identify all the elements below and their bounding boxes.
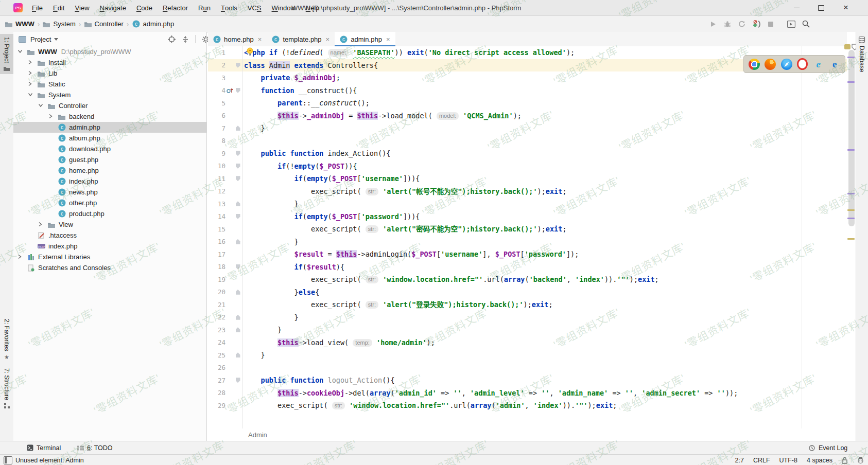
code-line-22[interactable]: 22 } [208, 311, 847, 324]
code-line-28[interactable]: 28 $this->cookieObj->del(array('admin_id… [208, 387, 847, 400]
line-number[interactable]: 23 [208, 326, 225, 334]
run-icon[interactable] [707, 19, 719, 29]
collapse-all-icon[interactable] [182, 35, 189, 43]
panel-splitter[interactable] [206, 32, 207, 441]
terminal-button[interactable]: Terminal [27, 441, 61, 454]
tree-item-www[interactable]: WWWD:\phpstudy_pro\WWW [13, 46, 206, 57]
line-number[interactable]: 12 [208, 187, 225, 195]
chevron-down-icon[interactable] [18, 49, 23, 54]
stripe-mark[interactable] [847, 81, 855, 83]
code-line-23[interactable]: 23 } [208, 324, 847, 336]
tab-close-icon[interactable]: × [386, 35, 390, 43]
line-number[interactable]: 22 [208, 313, 225, 321]
caret-position[interactable]: 2:7 [735, 457, 744, 464]
line-number[interactable]: 14 [208, 212, 225, 220]
file-encoding[interactable]: UTF-8 [779, 457, 797, 464]
locate-icon[interactable] [168, 35, 176, 43]
todo-button[interactable]: 6: TODO [77, 441, 113, 454]
tab-close-icon[interactable]: × [258, 35, 262, 43]
menu-refactor[interactable]: Refactor [158, 0, 193, 15]
line-number[interactable]: 19 [208, 276, 225, 283]
line-number[interactable]: 6 [208, 112, 225, 119]
line-number[interactable]: 3 [208, 74, 225, 82]
tree-item-guest-php[interactable]: cguest.php [13, 154, 206, 165]
fold-marker[interactable] [234, 374, 242, 387]
code-line-12[interactable]: 12 exec_script( str: 'alert("帐号不能为空");hi… [208, 185, 847, 198]
line-number[interactable]: 18 [208, 263, 225, 271]
code-line-8[interactable]: 8 [208, 135, 847, 148]
menu-file[interactable]: File [27, 0, 48, 15]
line-number[interactable]: 27 [208, 377, 225, 384]
fold-marker[interactable] [234, 160, 242, 173]
event-log-button[interactable]: Event Log [808, 441, 847, 454]
tool-tab-database[interactable]: Database [856, 34, 868, 72]
line-number[interactable]: 24 [208, 338, 225, 346]
ie-icon[interactable]: e [813, 59, 824, 70]
code-line-19[interactable]: 19 exec_script( str: 'window.location.hr… [208, 273, 847, 286]
breadcrumb-item-system[interactable]: System [43, 20, 75, 28]
attach-debugger-icon[interactable] [751, 19, 762, 29]
chevron-right-icon[interactable] [18, 254, 23, 259]
editor-scrollbar[interactable] [848, 50, 855, 226]
tree-item-admin-php[interactable]: cadmin.php [13, 122, 206, 133]
code-line-18[interactable]: 18 if($result){ [208, 261, 847, 274]
code-line-21[interactable]: 21 exec_script( str: 'alert("登录失败");hist… [208, 298, 847, 311]
fold-marker[interactable] [234, 324, 242, 336]
code-line-24[interactable]: 24 $this->load_view( temp: 'home/admin')… [208, 336, 847, 349]
tree-item-home-php[interactable]: chome.php [13, 165, 206, 176]
lock-icon[interactable] [842, 457, 848, 464]
breadcrumb-item-controller[interactable]: Controller [84, 20, 124, 28]
menu-edit[interactable]: Edit [48, 0, 70, 15]
tree-item-backend[interactable]: backend [13, 111, 206, 122]
project-panel-title[interactable]: Project [30, 35, 51, 43]
firefox-icon[interactable] [765, 59, 776, 70]
restore-icon[interactable] [809, 0, 833, 15]
line-number[interactable]: 16 [208, 238, 225, 245]
code-line-9[interactable]: 9 public function index_Action(){ [208, 147, 847, 160]
code-line-20[interactable]: 20 }else{ [208, 286, 847, 299]
override-method-icon[interactable] [225, 84, 234, 97]
stripe-mark[interactable] [847, 238, 855, 240]
tree-item-album-php[interactable]: calbum.php [13, 133, 206, 144]
fold-marker[interactable] [234, 311, 242, 324]
tab-template-php[interactable]: ctemplate.php× [267, 32, 335, 46]
line-number[interactable]: 4 [208, 86, 225, 94]
tree-item-static[interactable]: Static [13, 79, 206, 90]
breadcrumb-item-www[interactable]: WWW [5, 20, 34, 28]
line-number[interactable]: 9 [208, 150, 225, 157]
tree-item-download-php[interactable]: cdownload.php [13, 144, 206, 154]
stripe-mark[interactable] [847, 218, 855, 219]
line-number[interactable]: 28 [208, 389, 225, 397]
tool-window-toggle-icon[interactable] [4, 456, 12, 464]
line-number[interactable]: 21 [208, 301, 225, 309]
indent-setting[interactable]: 4 spaces [807, 457, 832, 464]
tab-home-php[interactable]: chome.php× [208, 32, 267, 46]
tool-tab-project[interactable]: 1: Project [0, 34, 13, 74]
menu-tools[interactable]: Tools [216, 0, 242, 15]
tree-item-scratches-and-consoles[interactable]: Scratches and Consoles [13, 262, 206, 273]
chevron-down-icon[interactable] [54, 38, 58, 41]
code-line-29[interactable]: 29 exec_script( str: 'window.location.hr… [208, 399, 847, 412]
stripe-mark[interactable] [847, 149, 855, 151]
code-line-25[interactable]: 25 } [208, 349, 847, 362]
code-line-4[interactable]: 4 function __construct(){ [208, 84, 847, 97]
fold-marker[interactable] [234, 261, 242, 274]
menu-vcs[interactable]: VCS [242, 0, 267, 15]
code-line-26[interactable]: 26 [208, 362, 847, 374]
line-number[interactable]: 25 [208, 351, 225, 359]
safari-icon[interactable] [781, 59, 792, 70]
fold-marker[interactable] [234, 236, 242, 248]
fold-marker[interactable] [234, 349, 242, 362]
chevron-down-icon[interactable] [28, 92, 33, 97]
breadcrumb-class[interactable]: Admin [248, 431, 267, 439]
code-line-3[interactable]: 3 private $_adminObj; [208, 71, 847, 84]
code-line-14[interactable]: 14 if(empty($_POST['password'])){ [208, 210, 847, 223]
tree-item-htaccess[interactable]: .htaccess [13, 230, 206, 241]
chevron-right-icon[interactable] [28, 70, 33, 76]
fold-marker[interactable] [234, 210, 242, 223]
chevron-down-icon[interactable] [38, 103, 43, 108]
menu-navigate[interactable]: Navigate [95, 0, 131, 15]
run-anything-icon[interactable] [786, 19, 797, 29]
line-number[interactable]: 13 [208, 200, 225, 208]
chevron-right-icon[interactable] [38, 222, 43, 227]
